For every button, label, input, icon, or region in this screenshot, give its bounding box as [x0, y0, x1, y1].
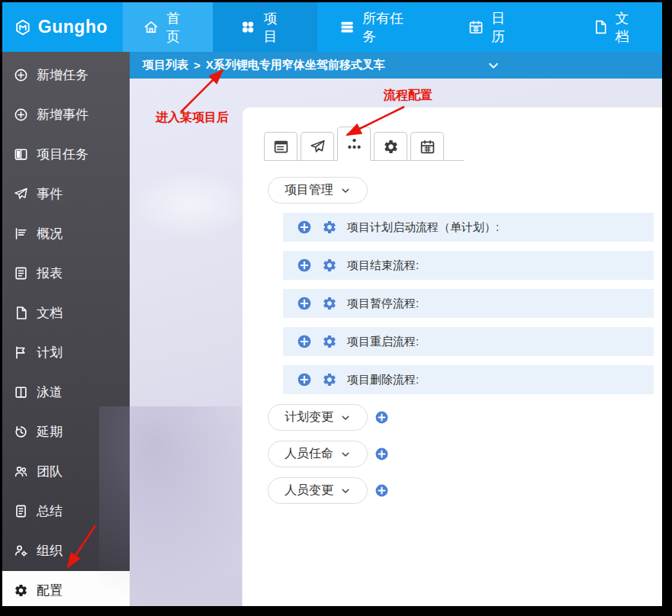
flow-row-label: 项目暂停流程: — [347, 297, 419, 311]
add-flow-button[interactable] — [297, 334, 312, 349]
nav-label: 日历 — [491, 9, 517, 46]
sidebar-item-label: 事件 — [37, 185, 63, 203]
gear-icon — [14, 583, 28, 598]
breadcrumb-current-project: X系列锂电专用窄体坐驾前移式叉车 — [206, 58, 385, 72]
tasks-stack-icon — [339, 19, 355, 35]
breadcrumb-separator: > — [194, 59, 201, 72]
group-label: 人员变更 — [285, 483, 333, 499]
config-tab-bar — [264, 127, 464, 161]
add-group-flow-button[interactable] — [375, 410, 389, 425]
overview-icon — [14, 226, 28, 241]
sidebar-item-label: 项目任务 — [37, 146, 88, 163]
sidebar-item-label: 组织 — [37, 542, 63, 560]
plus-circle-icon — [14, 107, 28, 122]
tab-calendar[interactable] — [410, 132, 444, 160]
flow-row-project-end: 项目结束流程: — [283, 251, 654, 280]
flow-row-project-delete: 项目删除流程: — [283, 365, 654, 394]
group-project-management-button[interactable]: 项目管理 — [268, 177, 368, 204]
summary-icon — [14, 504, 28, 518]
sidebar-item-new-event[interactable]: 新增事件 — [2, 95, 130, 134]
flow-settings-button[interactable] — [322, 372, 337, 387]
topbar: Gungho 首页 项目 所有任务 日历 文档 — [2, 2, 662, 52]
chevron-down-icon — [340, 185, 351, 196]
logo[interactable]: Gungho — [2, 2, 123, 52]
nav-item-documents[interactable]: 文档 — [572, 2, 662, 52]
tab-settings[interactable] — [374, 132, 407, 160]
sidebar-item-label: 总结 — [37, 502, 63, 520]
sidebar-item-plans[interactable]: 计划 — [2, 332, 130, 372]
group-header: 项目管理 — [268, 177, 662, 204]
send-icon — [14, 187, 28, 201]
flow-settings-button[interactable] — [322, 220, 337, 235]
flow-row-plan-start: 项目计划启动流程（单计划）: — [283, 213, 654, 242]
sidebar-item-label: 计划 — [37, 344, 63, 361]
document-icon — [593, 19, 608, 35]
flow-settings-button[interactable] — [322, 258, 337, 273]
document-icon — [14, 306, 28, 320]
table-icon — [273, 139, 289, 155]
logo-text: Gungho — [38, 17, 108, 37]
group-personnel-change: 人员变更 — [268, 477, 662, 504]
gear-icon — [383, 139, 399, 155]
add-group-flow-button[interactable] — [375, 447, 389, 461]
sidebar-item-label: 配置 — [37, 582, 63, 599]
projects-grid-icon — [240, 19, 256, 35]
chevron-down-icon[interactable] — [487, 59, 500, 72]
nav-label: 首页 — [166, 9, 192, 46]
kanban-icon — [14, 147, 28, 162]
flow-row-label: 项目结束流程: — [347, 258, 419, 273]
nav-item-calendar[interactable]: 日历 — [448, 2, 538, 52]
add-flow-button[interactable] — [297, 220, 312, 235]
team-icon — [14, 464, 28, 479]
calendar-icon — [420, 139, 436, 155]
group-personnel-appointment-button[interactable]: 人员任命 — [268, 441, 368, 467]
annotation-enter-project: 进入某项目后 — [156, 110, 229, 126]
sidebar-item-events[interactable]: 事件 — [2, 174, 130, 213]
tab-flow-config[interactable] — [337, 127, 371, 161]
flow-row-list: 项目计划启动流程（单计划）: 项目结束流程: 项目暂停流程: 项目重启流程: 项 — [283, 213, 662, 394]
sidebar-item-label: 概况 — [37, 225, 63, 242]
add-group-flow-button[interactable] — [375, 483, 389, 498]
flow-settings-button[interactable] — [322, 296, 337, 311]
add-flow-button[interactable] — [297, 258, 312, 273]
plan-icon — [14, 345, 28, 360]
breadcrumb[interactable]: 项目列表 > X系列锂电专用窄体坐驾前移式叉车 — [130, 52, 662, 79]
org-icon — [14, 544, 28, 558]
tab-task-list[interactable] — [264, 132, 297, 160]
sidebar-item-label: 报表 — [37, 265, 63, 282]
sidebar-item-label: 新增任务 — [37, 66, 88, 84]
add-flow-button[interactable] — [297, 296, 312, 311]
nav-item-all-tasks[interactable]: 所有任务 — [319, 2, 436, 52]
flow-row-project-pause: 项目暂停流程: — [283, 289, 654, 318]
nav-item-projects[interactable]: 项目 — [213, 2, 317, 52]
nav-item-home[interactable]: 首页 — [123, 2, 213, 52]
group-label: 计划变更 — [285, 409, 333, 425]
chevron-down-icon — [340, 412, 351, 423]
logo-icon — [14, 16, 31, 39]
tab-events[interactable] — [301, 132, 334, 160]
sidebar-item-label: 延期 — [37, 423, 63, 441]
home-icon — [143, 19, 159, 35]
send-icon — [310, 139, 326, 155]
tree-icon — [346, 136, 362, 152]
group-label: 人员任命 — [285, 446, 333, 462]
breadcrumb-root[interactable]: 项目列表 — [143, 58, 188, 72]
project-config-panel: 项目管理 项目计划启动流程（单计划）: 项目结束流程: 项目暂停流程: — [242, 107, 662, 606]
sidebar-item-reports[interactable]: 报表 — [2, 253, 130, 293]
sidebar-item-documents[interactable]: 文档 — [2, 293, 130, 332]
sidebar-item-label: 新增事件 — [37, 106, 88, 124]
calendar-icon — [468, 19, 484, 35]
group-personnel-appointment: 人员任命 — [268, 441, 662, 467]
swimlane-icon — [14, 385, 28, 399]
flow-row-label: 项目计划启动流程（单计划）: — [347, 220, 499, 235]
sidebar-item-project-tasks[interactable]: 项目任务 — [2, 134, 130, 174]
sidebar-item-overview[interactable]: 概况 — [2, 213, 130, 253]
app-window: Gungho 首页 项目 所有任务 日历 文档 — [2, 2, 662, 606]
sidebar-item-new-task[interactable]: 新增任务 — [2, 55, 130, 95]
flow-settings-button[interactable] — [322, 334, 337, 349]
group-personnel-change-button[interactable]: 人员变更 — [268, 477, 368, 504]
group-plan-change-button[interactable]: 计划变更 — [268, 404, 368, 431]
plus-circle-icon — [14, 68, 28, 82]
add-flow-button[interactable] — [297, 372, 312, 387]
flow-row-project-restart: 项目重启流程: — [283, 327, 654, 356]
